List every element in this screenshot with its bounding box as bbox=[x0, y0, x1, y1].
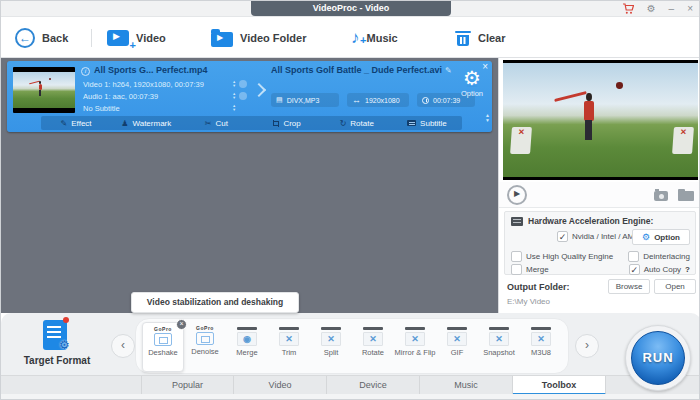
tool-bar-icon bbox=[237, 327, 257, 330]
trim-tools-icon: ✕ bbox=[279, 332, 299, 346]
codec-option-button[interactable]: ⚙codec Option bbox=[454, 68, 490, 98]
cart-icon[interactable] bbox=[622, 3, 634, 15]
target-file-name: All Sports Golf Battle _ Dude Perfect.av… bbox=[271, 65, 452, 75]
output-path: E:\My Video bbox=[507, 297, 550, 306]
clear-label: Clear bbox=[478, 32, 506, 44]
codec-gear-icon: ⚙codec bbox=[454, 68, 490, 88]
hw-title-row: Hardware Acceleration Engine: bbox=[511, 216, 653, 226]
hw-option-button[interactable]: ⚙ Option bbox=[632, 229, 690, 245]
video-thumbnail[interactable] bbox=[13, 67, 75, 113]
card-spinner-icon[interactable]: ▲▼ bbox=[485, 113, 490, 123]
scroll-right-button[interactable]: › bbox=[575, 334, 599, 358]
autocopy-row: ✓ Auto Copy ? bbox=[629, 264, 690, 275]
resolution-badge: ↔ 1920x1080 bbox=[347, 93, 409, 107]
add-video-folder-button[interactable]: Video Folder bbox=[211, 25, 306, 51]
video-track-row: Video 1: h264, 1920x1080, 00:07:39 bbox=[83, 80, 204, 89]
target-format-label[interactable]: Target Format bbox=[5, 355, 109, 366]
tab-subtitle[interactable]: Subtitle bbox=[392, 116, 462, 130]
toolbox-item-gif[interactable]: ✕ GIF bbox=[436, 322, 478, 372]
tab-cut[interactable]: ✂ Cut bbox=[181, 116, 251, 130]
chevron-right-icon bbox=[252, 83, 266, 97]
back-label: Back bbox=[42, 32, 68, 44]
video-label: Video bbox=[136, 32, 166, 44]
toolbox-item-mirror-flip[interactable]: ✕ Mirror & Flip bbox=[394, 322, 436, 372]
vendor-checkbox-row: ✓ Nvidia / Intel / AMD bbox=[557, 231, 640, 242]
trash-icon bbox=[455, 30, 471, 46]
option-gear-icon: ⚙ bbox=[642, 232, 650, 242]
toolbox-item-rotate[interactable]: ✕ Rotate bbox=[352, 322, 394, 372]
minimize-icon[interactable]: – bbox=[669, 2, 675, 16]
track-spinner-icon[interactable]: ▴▾ bbox=[233, 92, 235, 100]
merge-checkbox[interactable] bbox=[511, 264, 522, 275]
add-video-button[interactable]: Video bbox=[107, 25, 166, 51]
notification-dot bbox=[63, 317, 69, 323]
scroll-left-button[interactable]: ‹ bbox=[111, 334, 135, 358]
format-badge: ▤ DIVX,MP3 bbox=[271, 93, 339, 107]
play-button[interactable] bbox=[507, 185, 527, 205]
hw-title: Hardware Acceleration Engine: bbox=[528, 216, 653, 226]
toolbox-item-m3u8[interactable]: ✕ M3U8 bbox=[520, 322, 562, 372]
app-window: VideoProc - Video ⚙ – × ← Back Video Vid… bbox=[0, 0, 700, 400]
rotate-icon: ↻ bbox=[340, 119, 347, 128]
back-button[interactable]: ← Back bbox=[15, 25, 68, 51]
tab-popular[interactable]: Popular bbox=[141, 376, 234, 395]
run-button[interactable]: RUN bbox=[631, 331, 685, 385]
track-badge[interactable] bbox=[239, 80, 247, 88]
vendor-checkbox[interactable]: ✓ bbox=[557, 231, 568, 242]
snapshot-camera-icon[interactable] bbox=[654, 191, 668, 201]
tab-rotate[interactable]: ↻ Rotate bbox=[322, 116, 392, 130]
hq-engine-row: Use High Quality Engine bbox=[511, 251, 613, 262]
merge-row: Merge bbox=[511, 264, 549, 275]
video-folder-icon bbox=[211, 32, 233, 47]
deinterlacing-checkbox[interactable] bbox=[628, 251, 639, 262]
browse-button[interactable]: Browse bbox=[608, 279, 650, 294]
close-icon[interactable]: × bbox=[687, 2, 693, 16]
autocopy-checkbox[interactable]: ✓ bbox=[629, 264, 640, 275]
deinterlacing-row: Deinterlacing bbox=[628, 251, 690, 262]
tool-bar-icon bbox=[447, 327, 467, 330]
tooltip: Video stabilization and deshaking bbox=[131, 292, 299, 313]
remove-tool-icon[interactable]: × bbox=[176, 319, 187, 330]
edit-pencil-icon[interactable]: ✎ bbox=[445, 66, 452, 75]
tab-device[interactable]: Device bbox=[327, 376, 420, 395]
mirror-tools-icon: ✕ bbox=[405, 332, 425, 346]
hardware-acceleration-box: Hardware Acceleration Engine: ✓ Nvidia /… bbox=[504, 211, 696, 275]
track-spinner-icon[interactable]: ▴▾ bbox=[233, 80, 235, 88]
source-file-name: All Sports G... Perfect.mp4 bbox=[94, 65, 208, 75]
clear-button[interactable]: Clear bbox=[455, 25, 506, 51]
toolbox-item-snapshot[interactable]: ✕ Snapshot bbox=[478, 322, 520, 372]
tab-toolbox[interactable]: Toolbox bbox=[513, 376, 606, 395]
clock-icon bbox=[422, 97, 429, 104]
audio-track-row: Audio 1: aac, 00:07:39 bbox=[83, 92, 158, 101]
tab-crop[interactable]: Crop bbox=[252, 116, 322, 130]
tab-effect[interactable]: ✎ Effect bbox=[41, 116, 111, 130]
media-item-card: i All Sports G... Perfect.mp4 Video 1: h… bbox=[7, 61, 492, 132]
video-icon bbox=[107, 30, 129, 46]
settings-gear-icon[interactable]: ⚙ bbox=[647, 2, 656, 16]
toolbox-item-merge[interactable]: ◉ Merge bbox=[226, 322, 268, 372]
music-note-icon: ♪ bbox=[351, 29, 360, 47]
toolbox-item-trim[interactable]: ✕ Trim bbox=[268, 322, 310, 372]
tab-video[interactable]: Video bbox=[234, 376, 327, 395]
tool-bar-icon bbox=[279, 327, 299, 330]
effect-icon: ✎ bbox=[61, 119, 68, 128]
track-badge[interactable] bbox=[239, 92, 247, 100]
tab-watermark[interactable]: ♟ Watermark bbox=[111, 116, 181, 130]
video-preview[interactable]: × × bbox=[503, 60, 698, 180]
open-button[interactable]: Open bbox=[654, 279, 696, 294]
tab-music[interactable]: Music bbox=[420, 376, 513, 395]
preview-frame: × × bbox=[503, 63, 698, 177]
resize-icon: ↔ bbox=[352, 96, 361, 104]
split-tools-icon: ✕ bbox=[321, 332, 341, 346]
toolbox-item-deshake[interactable]: × GoPro Deshake bbox=[142, 322, 184, 372]
add-music-button[interactable]: ♪ Music bbox=[351, 25, 398, 51]
open-folder-icon[interactable] bbox=[678, 191, 694, 201]
toolbox-item-denoise[interactable]: GoPro Denoise bbox=[184, 322, 226, 372]
track-spinner-icon[interactable]: ▴▾ bbox=[233, 104, 235, 112]
hq-engine-checkbox[interactable] bbox=[511, 251, 522, 262]
toolbox-shelf: × GoPro Deshake GoPro Denoise ◉ Merge ✕ … bbox=[135, 318, 569, 374]
info-icon[interactable]: i bbox=[81, 67, 90, 76]
window-title: VideoProc - Video bbox=[251, 1, 451, 16]
toolbox-item-split[interactable]: ✕ Split bbox=[310, 322, 352, 372]
help-icon[interactable]: ? bbox=[685, 265, 690, 274]
